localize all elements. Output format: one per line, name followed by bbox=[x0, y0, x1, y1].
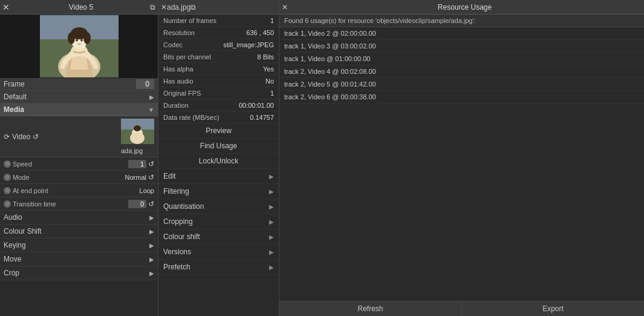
info-row: Bits per channel8 Bits bbox=[158, 51, 279, 63]
portrait-svg bbox=[40, 15, 119, 77]
speed-value[interactable]: 1 bbox=[128, 160, 146, 168]
audio-label: Audio bbox=[4, 213, 149, 222]
usage-item[interactable]: track 1, Video 2 @ 02:00:00.00 bbox=[279, 27, 644, 40]
info-value: 8 Bits bbox=[257, 53, 274, 61]
audio-arrow: ▶ bbox=[149, 214, 154, 221]
info-row: Data rate (MB/sec)0.14757 bbox=[158, 111, 279, 123]
middle-pin[interactable]: ⧉ bbox=[190, 3, 196, 12]
colour-shift-arrow: ▶ bbox=[149, 228, 154, 235]
menu-item-label: Cropping bbox=[163, 217, 269, 226]
left-panel-header: ✕ Video 5 ⧉ bbox=[0, 0, 158, 15]
menu-item-arrow: ▶ bbox=[269, 188, 274, 195]
left-panel-close[interactable]: ✕ bbox=[2, 2, 10, 12]
info-value: still_image:JPEG bbox=[223, 41, 274, 48]
info-value: 0.14757 bbox=[250, 114, 274, 121]
frame-value[interactable]: 0 bbox=[136, 79, 154, 89]
menu-item[interactable]: Versions▶ bbox=[158, 245, 279, 260]
menu-item-arrow: ▶ bbox=[269, 249, 274, 255]
info-label: Resolution bbox=[163, 29, 246, 36]
export-button[interactable]: Export bbox=[462, 301, 644, 316]
info-label: Bits per channel bbox=[163, 53, 257, 61]
menu-item-label: Colour shift bbox=[163, 232, 269, 241]
clock-icon: ⟳ bbox=[4, 133, 10, 141]
info-row: Has audioNo bbox=[158, 75, 279, 87]
usage-item[interactable]: track 1, Video @ 01:00:00.00 bbox=[279, 53, 644, 65]
usage-item[interactable]: track 1, Video 3 @ 03:00:02.00 bbox=[279, 40, 644, 53]
at-end-point-label: ⊙ At end point bbox=[4, 187, 140, 194]
video-thumbnail bbox=[0, 15, 158, 78]
menu-item-plain[interactable]: Lock/Unlock bbox=[158, 154, 279, 169]
info-label: Has alpha bbox=[163, 65, 263, 73]
menu-item[interactable]: Filtering▶ bbox=[158, 184, 279, 199]
move-nav[interactable]: Move ▶ bbox=[0, 252, 158, 266]
info-label: Number of frames bbox=[163, 17, 270, 24]
speed-row: ⊙ Speed 1 ↺ bbox=[0, 157, 158, 171]
usage-item[interactable]: track 2, Video 6 @ 00:00:38.00 bbox=[279, 91, 644, 104]
info-row: Codecstill_image:JPEG bbox=[158, 39, 279, 51]
refresh-icon[interactable]: ↺ bbox=[33, 133, 39, 141]
svg-point-9 bbox=[68, 32, 75, 44]
menu-item[interactable]: Prefetch▶ bbox=[158, 260, 279, 275]
usage-item[interactable]: track 2, Video 4 @ 00:02:08.00 bbox=[279, 65, 644, 78]
transition-refresh-icon[interactable]: ↺ bbox=[148, 200, 154, 208]
menu-item[interactable]: Colour shift▶ bbox=[158, 229, 279, 245]
at-end-value[interactable]: Loop bbox=[140, 187, 154, 194]
svg-point-19 bbox=[130, 132, 145, 144]
menu-item-label: Lock/Unlock bbox=[199, 157, 238, 165]
at-end-point-row: ⊙ At end point Loop bbox=[0, 184, 158, 197]
speed-refresh-icon[interactable]: ↺ bbox=[148, 160, 154, 168]
resource-info: Found 6 usage(s) for resource 'objects/v… bbox=[279, 15, 644, 27]
menu-item-arrow: ▶ bbox=[269, 234, 274, 240]
colour-shift-nav[interactable]: Colour Shift ▶ bbox=[0, 225, 158, 239]
at-end-icon: ⊙ bbox=[4, 187, 11, 194]
keying-nav[interactable]: Keying ▶ bbox=[0, 239, 158, 252]
menu-item[interactable]: Cropping▶ bbox=[158, 214, 279, 229]
frame-label: Frame bbox=[4, 80, 136, 88]
menu-item-plain[interactable]: Find Usage bbox=[158, 139, 279, 154]
info-value: 636 , 450 bbox=[246, 29, 274, 36]
info-row: Resolution636 , 450 bbox=[158, 27, 279, 39]
mode-value[interactable]: Normal bbox=[125, 174, 146, 181]
menu-item[interactable]: Edit▶ bbox=[158, 169, 279, 184]
keying-label: Keying bbox=[4, 241, 149, 249]
media-title: Media bbox=[4, 105, 148, 114]
info-row: Duration00:00:01.00 bbox=[158, 99, 279, 111]
crop-nav[interactable]: Crop ▶ bbox=[0, 266, 158, 280]
left-panel-title: Video 5 bbox=[12, 3, 150, 12]
media-section-header[interactable]: Media ▼ bbox=[0, 104, 158, 116]
info-value: No bbox=[265, 77, 274, 85]
move-label: Move bbox=[4, 255, 149, 263]
resource-close[interactable]: ✕ bbox=[282, 3, 288, 12]
info-value: 1 bbox=[270, 90, 274, 97]
transition-time-value[interactable]: 0 bbox=[128, 200, 146, 208]
refresh-button[interactable]: Refresh bbox=[279, 301, 462, 316]
info-row: Original FPS1 bbox=[158, 87, 279, 99]
audio-nav[interactable]: Audio ▶ bbox=[0, 211, 158, 225]
menu-item-arrow: ▶ bbox=[269, 264, 274, 271]
transition-time-label: ⊙ Transition time bbox=[4, 200, 128, 208]
menu-item[interactable]: Quantisation▶ bbox=[158, 199, 279, 214]
mode-label: ⊙ Mode bbox=[4, 174, 125, 181]
middle-title: ada.jpg bbox=[167, 3, 190, 12]
svg-point-10 bbox=[83, 32, 91, 44]
menu-items: PreviewFind UsageLock/UnlockEdit▶Filteri… bbox=[158, 123, 279, 275]
transition-icon: ⊙ bbox=[4, 200, 11, 208]
frame-row: Frame 0 bbox=[0, 78, 158, 91]
menu-item-plain[interactable]: Preview bbox=[158, 123, 279, 139]
video-text: Video bbox=[12, 133, 30, 141]
info-fields: Number of frames1Resolution636 , 450Code… bbox=[158, 15, 279, 123]
middle-close[interactable]: ✕ bbox=[161, 3, 167, 12]
video-thumb-container: ada.jpg bbox=[121, 119, 154, 154]
menu-item-label: Quantisation bbox=[163, 202, 269, 211]
default-row[interactable]: Default ▶ bbox=[0, 91, 158, 104]
resource-header: ✕ Resource Usage bbox=[279, 0, 644, 15]
usage-list: track 1, Video 2 @ 02:00:00.00track 1, V… bbox=[279, 27, 644, 301]
left-panel: ✕ Video 5 ⧉ bbox=[0, 0, 158, 316]
colour-shift-label: Colour Shift bbox=[4, 227, 149, 235]
mode-refresh-icon[interactable]: ↺ bbox=[148, 173, 154, 182]
svg-point-12 bbox=[80, 39, 83, 42]
left-panel-pin[interactable]: ⧉ bbox=[150, 3, 155, 12]
info-label: Codec bbox=[163, 41, 223, 48]
speed-label: ⊙ Speed bbox=[4, 160, 128, 168]
usage-item[interactable]: track 2, Video 5 @ 00:01:42.00 bbox=[279, 78, 644, 91]
